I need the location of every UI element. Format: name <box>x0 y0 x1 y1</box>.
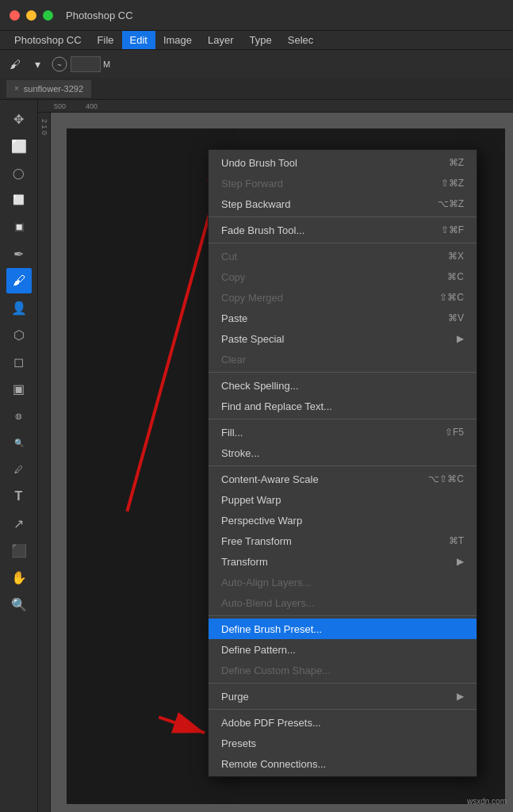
menu-type[interactable]: Type <box>242 31 280 49</box>
menu-undo-brush-tool[interactable]: Undo Brush Tool ⌘Z <box>209 152 477 173</box>
document-tab[interactable]: × sunflower-3292 <box>6 80 91 98</box>
edit-dropdown-menu: Undo Brush Tool ⌘Z Step Forward ⇧⌘Z Step… <box>208 149 477 777</box>
brush-tool[interactable]: 🖌 <box>6 268 32 293</box>
menu-group-clipboard: Cut ⌘X Copy ⌘C Copy Merged ⇧⌘C Paste ⌘V … <box>209 243 477 373</box>
ruler-horizontal: 500 400 <box>38 100 513 113</box>
shape-tool[interactable]: ⬛ <box>6 538 32 563</box>
menu-paste[interactable]: Paste ⌘V <box>209 308 477 328</box>
menu-layer[interactable]: Layer <box>200 31 242 49</box>
patch-tool[interactable]: ⬡ <box>6 322 32 347</box>
menu-copy[interactable]: Copy ⌘C <box>209 266 477 287</box>
selection-tool[interactable]: ⬜ <box>6 133 32 159</box>
menu-file[interactable]: File <box>90 31 122 49</box>
pen-tool[interactable]: ✒ <box>6 241 32 266</box>
ruler-v-marks: 2 1 0 <box>40 119 48 135</box>
menu-edit[interactable]: Edit <box>122 31 155 49</box>
menu-remote-connections[interactable]: Remote Connections... <box>209 753 477 774</box>
menu-group-text: Check Spelling... Find and Replace Text.… <box>209 373 477 419</box>
menu-photoshop[interactable]: Photoshop CC <box>6 31 90 49</box>
menu-paste-special[interactable]: Paste Special ▶ <box>209 328 477 349</box>
menu-group-transform: Content-Aware Scale ⌥⇧⌘C Puppet Warp Per… <box>209 466 477 616</box>
menu-select[interactable]: Selec <box>280 31 322 49</box>
menu-cut[interactable]: Cut ⌘X <box>209 246 477 266</box>
menu-free-transform[interactable]: Free Transform ⌘T <box>209 530 477 551</box>
frame-tool[interactable]: 🔲 <box>6 214 32 239</box>
menu-puppet-warp[interactable]: Puppet Warp <box>209 489 477 510</box>
menu-group-presets: Adobe PDF Presets... Presets Remote Conn… <box>209 710 477 776</box>
crop-tool[interactable]: ⬜ <box>6 187 32 213</box>
hand-tool[interactable]: ✋ <box>6 565 32 590</box>
menu-step-backward[interactable]: Step Backward ⌥⌘Z <box>209 193 477 214</box>
menu-presets[interactable]: Presets <box>209 733 477 753</box>
menu-auto-blend[interactable]: Auto-Blend Layers... <box>209 592 477 613</box>
lasso-tool[interactable]: ◯ <box>6 160 32 186</box>
menu-group-define: Define Brush Preset... Define Pattern...… <box>209 616 477 684</box>
move-tool[interactable]: ✥ <box>6 106 32 132</box>
app-title: Photoshop CC <box>66 10 133 21</box>
zoom-tool[interactable]: 🔍 <box>6 592 32 617</box>
tab-bar: × sunflower-3292 <box>0 78 513 100</box>
menu-fill[interactable]: Fill... ⇧F5 <box>209 422 477 442</box>
brush-size-input[interactable]: 54 <box>71 56 101 72</box>
main-area: ✥ ⬜ ◯ ⬜ 🔲 ✒ 🖌 👤 ⬡ ◻ ▣ ◍ 🔍 🖊 T ↗ ⬛ ✋ 🔍 50… <box>0 100 513 812</box>
brush-mode-label: M <box>103 59 110 69</box>
svg-text:~: ~ <box>57 61 61 69</box>
tab-close-btn[interactable]: × <box>14 84 19 93</box>
menu-group-purge: Purge ▶ <box>209 684 477 710</box>
dodge-tool[interactable]: 🔍 <box>6 430 32 455</box>
menu-find-replace[interactable]: Find and Replace Text... <box>209 396 477 416</box>
history-brush-tool[interactable]: 🖊 <box>6 457 32 482</box>
brush-icon: 🖌 <box>6 56 24 73</box>
ruler-vertical: 2 1 0 <box>38 113 51 812</box>
ruler-numbers: 500 400 <box>38 102 117 110</box>
gradient-tool[interactable]: ▣ <box>6 376 32 401</box>
options-bar: 🖌 ▾ ~ 54 M <box>0 49 513 78</box>
brush-dropdown-icon[interactable]: ▾ <box>29 56 46 73</box>
menu-fade-brush[interactable]: Fade Brush Tool... ⇧⌘F <box>209 220 477 240</box>
menu-auto-align[interactable]: Auto-Align Layers... <box>209 572 477 592</box>
ruler-mark-400: 400 <box>86 102 117 110</box>
menu-stroke[interactable]: Stroke... <box>209 442 477 463</box>
clone-tool[interactable]: 👤 <box>6 295 32 320</box>
menu-perspective-warp[interactable]: Perspective Warp <box>209 510 477 530</box>
tab-filename: sunflower-3292 <box>24 84 83 94</box>
title-bar: Photoshop CC <box>0 0 513 30</box>
menu-step-forward[interactable]: Step Forward ⇧⌘Z <box>209 173 477 193</box>
eraser-tool[interactable]: ◻ <box>6 349 32 374</box>
menu-define-pattern[interactable]: Define Pattern... <box>209 639 477 660</box>
traffic-lights <box>10 10 53 21</box>
menu-define-brush-preset[interactable]: Define Brush Preset... <box>209 619 477 639</box>
minimize-button[interactable] <box>26 10 36 21</box>
menu-bar: Photoshop CC File Edit Image Layer Type … <box>0 30 513 49</box>
ruler-mark-500: 500 <box>54 102 86 110</box>
menu-group-undo: Undo Brush Tool ⌘Z Step Forward ⇧⌘Z Step… <box>209 150 477 217</box>
menu-group-fade: Fade Brush Tool... ⇧⌘F <box>209 217 477 243</box>
menu-transform[interactable]: Transform ▶ <box>209 551 477 572</box>
menu-adobe-pdf-presets[interactable]: Adobe PDF Presets... <box>209 712 477 733</box>
path-selection-tool[interactable]: ↗ <box>6 511 32 536</box>
menu-image[interactable]: Image <box>155 31 200 49</box>
brush-preview: ~ <box>51 56 68 73</box>
menu-define-custom-shape[interactable]: Define Custom Shape... <box>209 660 477 680</box>
menu-check-spelling[interactable]: Check Spelling... <box>209 375 477 396</box>
blur-tool[interactable]: ◍ <box>6 403 32 428</box>
close-button[interactable] <box>10 10 20 21</box>
menu-clear[interactable]: Clear <box>209 349 477 370</box>
menu-group-fill: Fill... ⇧F5 Stroke... <box>209 419 477 466</box>
menu-purge[interactable]: Purge ▶ <box>209 686 477 707</box>
menu-copy-merged[interactable]: Copy Merged ⇧⌘C <box>209 287 477 308</box>
maximize-button[interactable] <box>43 10 53 21</box>
menu-content-aware-scale[interactable]: Content-Aware Scale ⌥⇧⌘C <box>209 469 477 489</box>
watermark: wsxdn.com <box>467 797 507 806</box>
type-tool[interactable]: T <box>6 484 32 509</box>
tools-panel: ✥ ⬜ ◯ ⬜ 🔲 ✒ 🖌 👤 ⬡ ◻ ▣ ◍ 🔍 🖊 T ↗ ⬛ ✋ 🔍 <box>0 100 38 812</box>
